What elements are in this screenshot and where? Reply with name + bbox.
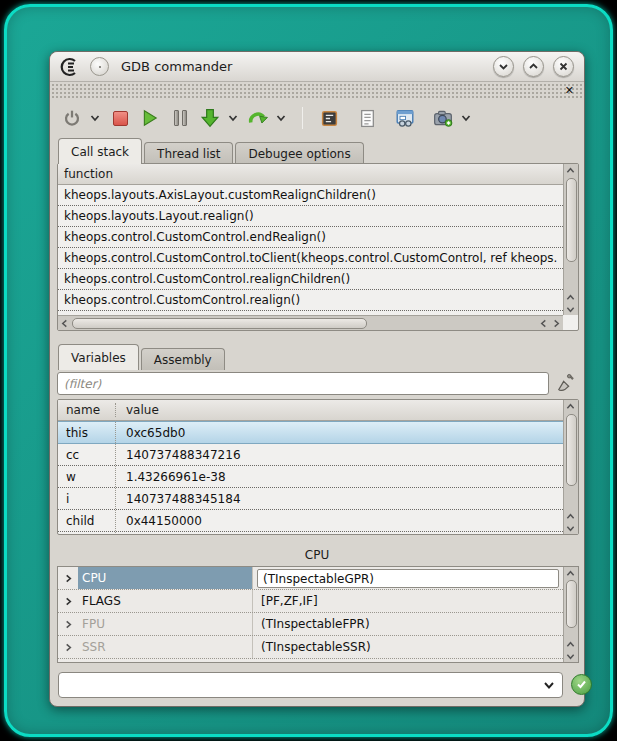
tab-assembly[interactable]: Assembly bbox=[141, 348, 225, 370]
window-menu-button[interactable] bbox=[90, 57, 109, 76]
messages-button[interactable] bbox=[355, 106, 379, 130]
scroll-up-icon[interactable] bbox=[564, 400, 577, 412]
step-over-icon bbox=[248, 108, 268, 128]
pause-icon bbox=[174, 110, 187, 126]
step-into-button[interactable] bbox=[198, 106, 222, 130]
variables-table: name value this 0xc65db0 cc 140737488347… bbox=[57, 399, 579, 535]
close-button[interactable] bbox=[553, 56, 574, 77]
callstack-row[interactable]: kheops.control.CustomControl.realign() bbox=[58, 290, 563, 311]
callstack-vertical-scrollbar[interactable] bbox=[563, 164, 578, 315]
cpu-register-grid: CPU (TInspectableGPR) FLAGS [PF,ZF,IF] F… bbox=[57, 566, 579, 663]
expand-icon[interactable] bbox=[58, 643, 78, 652]
scrollbar-thumb[interactable] bbox=[566, 178, 577, 262]
run-button[interactable] bbox=[138, 106, 162, 130]
dock-header[interactable]: ✕ bbox=[51, 83, 583, 98]
scrollbar-thumb[interactable] bbox=[566, 580, 577, 628]
column-name[interactable]: name bbox=[58, 403, 116, 417]
tab-debugee-options[interactable]: Debugee options bbox=[235, 142, 363, 164]
tab-call-stack[interactable]: Call stack bbox=[58, 138, 142, 164]
cpu-row[interactable]: SSR (TInspectableSSR) bbox=[58, 636, 563, 659]
stop-icon bbox=[113, 111, 128, 126]
scroll-down-icon[interactable] bbox=[564, 303, 577, 315]
tab-variables[interactable]: Variables bbox=[58, 344, 139, 370]
variable-row[interactable]: child 0x44150000 bbox=[58, 510, 563, 532]
variable-row[interactable]: h 1.43266961e-38 bbox=[58, 532, 563, 535]
power-button[interactable] bbox=[60, 106, 84, 130]
snapshot-dropdown[interactable] bbox=[461, 112, 473, 124]
scroll-up-icon[interactable] bbox=[564, 567, 577, 579]
cpu-vertical-scrollbar[interactable] bbox=[563, 567, 578, 662]
step-over-button[interactable] bbox=[246, 106, 270, 130]
callstack-column-header[interactable]: function bbox=[58, 164, 563, 185]
callstack-row[interactable]: kheops.control.CustomControl.toClient(kh… bbox=[58, 248, 563, 269]
scroll-down-icon[interactable] bbox=[564, 522, 577, 534]
chevron-down-icon bbox=[90, 113, 100, 123]
expand-icon[interactable] bbox=[58, 574, 78, 583]
callstack-row[interactable]: kheops.control.CustomControl.endRealign(… bbox=[58, 227, 563, 248]
column-value[interactable]: value bbox=[116, 403, 159, 417]
chevron-down-icon bbox=[276, 113, 286, 123]
filter-input[interactable] bbox=[57, 372, 549, 395]
watch-icon bbox=[395, 108, 415, 128]
power-dropdown[interactable] bbox=[90, 112, 102, 124]
scroll-up-icon[interactable] bbox=[564, 638, 577, 650]
power-icon bbox=[63, 109, 81, 127]
combobox-dropdown-button[interactable] bbox=[536, 679, 562, 691]
cpu-row[interactable]: FPU (TInspectableFPR) bbox=[58, 613, 563, 636]
variables-tabs: Variables Assembly bbox=[58, 344, 227, 370]
callstack-row[interactable]: kheops.layouts.Layout.realign() bbox=[58, 206, 563, 227]
scrollbar-thumb[interactable] bbox=[566, 414, 577, 486]
callstack-list: function kheops.layouts.AxisLayout.custo… bbox=[57, 163, 579, 331]
gdb-commander-window: GDB commander ✕ bbox=[49, 51, 585, 707]
chevron-up-icon bbox=[528, 61, 539, 72]
cpu-group-title: CPU bbox=[50, 548, 584, 562]
dock-close-icon[interactable]: ✕ bbox=[565, 83, 574, 98]
variable-row[interactable]: w 1.43266961e-38 bbox=[58, 466, 563, 488]
pause-button[interactable] bbox=[168, 106, 192, 130]
broom-icon bbox=[556, 372, 578, 394]
maximize-button[interactable] bbox=[523, 56, 544, 77]
stop-button[interactable] bbox=[108, 106, 132, 130]
tab-thread-list[interactable]: Thread list bbox=[144, 142, 233, 164]
expand-icon[interactable] bbox=[58, 620, 78, 629]
send-command-button[interactable] bbox=[571, 674, 592, 695]
chevron-down-icon bbox=[228, 113, 238, 123]
clear-filter-button[interactable] bbox=[556, 372, 578, 394]
callstack-tabs: Call stack Thread list Debugee options bbox=[58, 138, 366, 164]
snapshot-button[interactable] bbox=[431, 106, 455, 130]
callstack-row[interactable]: kheops.layouts.AxisLayout.customRealignC… bbox=[58, 185, 563, 206]
variable-row[interactable]: i 140737488345184 bbox=[58, 488, 563, 510]
snapshot-icon bbox=[433, 108, 453, 128]
variable-row[interactable]: this 0xc65db0 bbox=[58, 421, 563, 444]
cpu-row[interactable]: CPU (TInspectableGPR) bbox=[58, 567, 563, 590]
chevron-down-icon bbox=[498, 61, 509, 72]
variables-header[interactable]: name value bbox=[58, 400, 563, 421]
scroll-left-icon[interactable] bbox=[58, 317, 71, 329]
expand-icon[interactable] bbox=[58, 597, 78, 606]
step-into-dropdown[interactable] bbox=[228, 112, 240, 124]
chevron-down-icon bbox=[461, 113, 471, 123]
scroll-up-icon[interactable] bbox=[564, 510, 577, 522]
callstack-horizontal-scrollbar[interactable] bbox=[58, 315, 563, 330]
scroll-down-icon[interactable] bbox=[564, 650, 577, 662]
step-over-dropdown[interactable] bbox=[276, 112, 288, 124]
scroll-right-icon[interactable] bbox=[550, 317, 563, 329]
variables-vertical-scrollbar[interactable] bbox=[563, 400, 578, 534]
screenshot-root: GDB commander ✕ bbox=[0, 0, 617, 741]
minimize-button[interactable] bbox=[493, 56, 514, 77]
scroll-up-icon[interactable] bbox=[564, 291, 577, 303]
watch-button[interactable] bbox=[393, 106, 417, 130]
gdb-command-combobox[interactable] bbox=[58, 672, 563, 698]
scroll-left-icon[interactable] bbox=[537, 317, 550, 329]
callstack-row[interactable]: kheops.control.CustomControl.realignChil… bbox=[58, 269, 563, 290]
cpu-view-button[interactable] bbox=[317, 106, 341, 130]
cpu-value-editor[interactable]: (TInspectableGPR) bbox=[257, 569, 559, 588]
chevron-down-icon bbox=[543, 679, 555, 691]
app-logo-icon bbox=[60, 57, 80, 77]
close-icon bbox=[558, 61, 569, 72]
scrollbar-thumb[interactable] bbox=[72, 318, 367, 329]
scroll-up-icon[interactable] bbox=[564, 164, 577, 176]
titlebar[interactable]: GDB commander bbox=[50, 52, 584, 82]
variable-row[interactable]: cc 140737488347216 bbox=[58, 444, 563, 466]
cpu-row[interactable]: FLAGS [PF,ZF,IF] bbox=[58, 590, 563, 613]
